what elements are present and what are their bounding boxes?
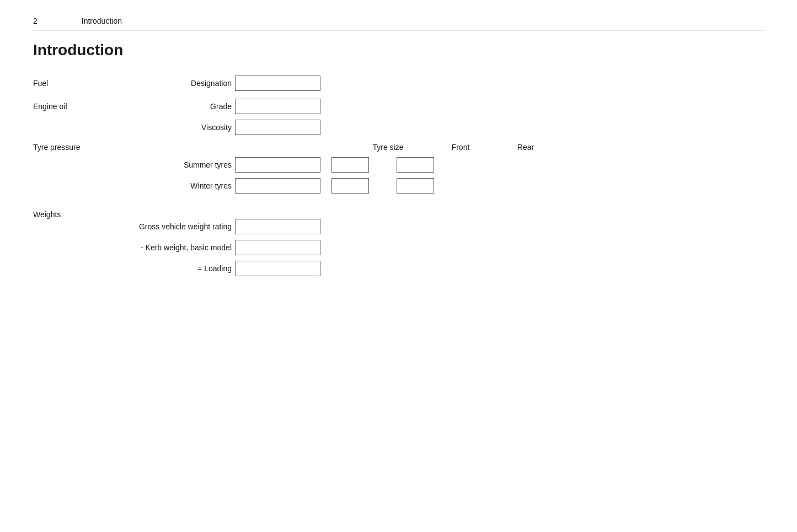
loading-row: = Loading	[33, 261, 764, 276]
weights-label-row: Weights	[33, 210, 764, 219]
page-header: 2 Introduction	[33, 17, 764, 30]
engine-oil-section: Engine oil Grade Viscosity	[33, 99, 764, 135]
viscosity-label: Viscosity	[143, 123, 232, 132]
winter-tyres-label: Winter tyres	[143, 181, 232, 190]
tyre-pressure-label: Tyre pressure	[33, 143, 143, 152]
page-title: Introduction	[33, 41, 764, 59]
page-container: 2 Introduction Introduction Fuel Designa…	[0, 0, 797, 304]
grade-input[interactable]	[235, 99, 320, 114]
summer-tyres-label: Summer tyres	[143, 160, 232, 169]
winter-tyres-row: Winter tyres	[33, 178, 764, 194]
engine-oil-label: Engine oil	[33, 102, 143, 111]
tyre-pressure-section: Tyre pressure Tyre size Front Rear Summe…	[33, 143, 764, 194]
summer-tyres-row: Summer tyres	[33, 157, 764, 173]
col-rear-label: Rear	[507, 143, 544, 152]
loading-label: = Loading	[33, 264, 232, 273]
gvwr-row: Gross vehicle weight rating	[33, 219, 764, 234]
weights-section: Weights Gross vehicle weight rating - Ke…	[33, 210, 764, 276]
col-front-label: Front	[442, 143, 479, 152]
kerb-weight-label: - Kerb weight, basic model	[33, 243, 232, 252]
winter-tyre-size-input[interactable]	[235, 178, 320, 194]
summer-tyre-size-input[interactable]	[235, 157, 320, 173]
gvwr-label: Gross vehicle weight rating	[33, 222, 232, 231]
winter-front-input[interactable]	[331, 178, 369, 194]
header-title: Introduction	[82, 17, 122, 25]
viscosity-input[interactable]	[235, 120, 320, 135]
fuel-label: Fuel	[33, 79, 143, 88]
engine-oil-grade-row: Engine oil Grade	[33, 99, 764, 114]
kerb-weight-input[interactable]	[235, 240, 320, 255]
kerb-weight-row: - Kerb weight, basic model	[33, 240, 764, 255]
tyre-header-row: Tyre pressure Tyre size Front Rear	[33, 143, 764, 152]
engine-oil-viscosity-row: Viscosity	[33, 120, 764, 135]
summer-rear-input[interactable]	[397, 157, 434, 173]
col-tyre-size-label: Tyre size	[345, 143, 431, 152]
content-area: Fuel Designation Engine oil Grade Viscos…	[33, 76, 764, 276]
designation-label: Designation	[143, 79, 232, 88]
designation-input[interactable]	[235, 76, 320, 91]
page-number: 2	[33, 17, 38, 25]
fuel-section: Fuel Designation	[33, 76, 764, 91]
weights-label: Weights	[33, 210, 61, 219]
summer-front-input[interactable]	[331, 157, 369, 173]
grade-label: Grade	[143, 102, 232, 111]
winter-rear-input[interactable]	[397, 178, 434, 194]
gvwr-input[interactable]	[235, 219, 320, 234]
loading-input[interactable]	[235, 261, 320, 276]
